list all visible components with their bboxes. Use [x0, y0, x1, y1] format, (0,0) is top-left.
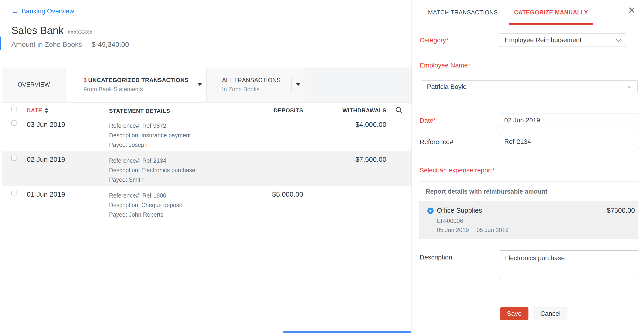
employee-selected-value: Patricia Boyle — [427, 83, 466, 91]
view-tabs: OVERVIEW 3UNCATEGORIZED TRANSACTIONS Fro… — [2, 68, 412, 102]
date-label: Date* — [420, 117, 436, 124]
transaction-description: Description: Insurance payment — [109, 131, 226, 140]
select-expense-report-label: Select an expense report* — [420, 167, 494, 174]
save-button[interactable]: Save — [500, 307, 528, 320]
back-arrow-icon: ← — [12, 8, 19, 15]
deposit-amount: $5,000.00 — [272, 190, 303, 198]
row-checkbox[interactable] — [12, 190, 17, 195]
app-root: ← Banking Overview Sales Bank xxxxxxxx A… — [0, 0, 644, 333]
tab-all-subtitle: In Zoho Books — [222, 86, 280, 93]
transaction-date: 03 Jun 2019 — [27, 121, 65, 128]
categorize-panel-tabs: MATCH TRANSACTIONS CATEGORIZE MANUALLY ✕ — [412, 0, 644, 25]
transaction-description: Description: Cheque deposit — [109, 200, 226, 210]
section-divider — [420, 181, 638, 182]
transaction-description: Description: Electronics purchase — [109, 165, 226, 175]
transaction-payee: Payee: John Roberts — [109, 210, 226, 219]
transaction-reference: Reference#: Ref-9872 — [109, 121, 226, 131]
date-range-divider — [473, 227, 473, 233]
report-end-date: 05 Jun 2019 — [476, 227, 509, 233]
employee-name-label: Employee Name* — [420, 62, 470, 69]
transaction-payee: Payee: Smith — [109, 175, 226, 185]
withdrawal-amount: $4,000.00 — [356, 121, 386, 128]
category-selected-value: Employee Reimbursement — [505, 36, 582, 44]
transaction-date: 02 Jun 2019 — [27, 155, 65, 163]
report-number: ER-00006 — [437, 218, 635, 224]
description-label: Description — [420, 254, 452, 261]
tab-all-transactions[interactable]: ALL TRANSACTIONS In Zoho Books — [207, 68, 305, 102]
transaction-date: 01 Jun 2019 — [27, 190, 65, 198]
account-number-mask: xxxxxxxx — [68, 28, 92, 36]
select-all-checkbox[interactable] — [12, 107, 17, 112]
tab-uncategorized-subtitle: From Bank Statements — [84, 86, 188, 93]
left-scroll-indicator — [0, 37, 1, 50]
statement-details-column-header: STATEMENT DETAILS — [109, 108, 170, 114]
sort-by-date-control[interactable]: DATE — [27, 107, 48, 114]
report-date-range: 05 Jun 2019 05 Jun 2019 — [437, 227, 635, 233]
chevron-down-icon — [616, 37, 621, 42]
expense-report-radio[interactable] — [427, 208, 434, 214]
tab-all-title: ALL TRANSACTIONS — [222, 77, 280, 84]
category-label: Category* — [420, 37, 449, 44]
amount-in-zoho-books-label: Amount in Zoho Books — [12, 41, 82, 48]
reference-label: Reference# — [420, 138, 453, 145]
date-field[interactable] — [499, 114, 639, 127]
report-start-date: 05 Jun 2019 — [437, 227, 469, 233]
deposits-column-header: DEPOSITS — [274, 107, 303, 114]
chevron-down-icon[interactable] — [296, 83, 300, 86]
transaction-reference: Reference#: Ref-2134 — [109, 156, 226, 165]
report-details-section-title: Report details with reimbursable amount — [426, 188, 644, 195]
sort-arrows-icon — [44, 108, 48, 113]
categorize-panel: MATCH TRANSACTIONS CATEGORIZE MANUALLY ✕… — [412, 0, 644, 333]
cancel-button[interactable]: Cancel — [534, 307, 567, 320]
row-checkbox[interactable] — [12, 120, 17, 126]
table-row[interactable]: 03 Jun 2019 Reference#: Ref-9872 Descrip… — [2, 116, 412, 151]
category-select[interactable]: Employee Reimbursement — [499, 33, 626, 47]
back-to-banking-overview-link[interactable]: ← Banking Overview — [12, 8, 74, 15]
withdrawals-column-header: WITHDRAWALS — [342, 107, 386, 114]
report-reimbursable-amount: $7500.00 — [607, 207, 635, 214]
tab-categorize-manually[interactable]: CATEGORIZE MANUALLY — [510, 0, 592, 25]
chevron-down-icon[interactable] — [198, 83, 202, 86]
tab-match-transactions[interactable]: MATCH TRANSACTIONS — [423, 0, 502, 25]
date-column-header: DATE — [27, 107, 42, 114]
footer-divider — [420, 291, 638, 292]
transactions-table-header: DATE STATEMENT DETAILS DEPOSITS WITHDRAW… — [2, 103, 412, 116]
reference-field[interactable] — [499, 135, 639, 148]
back-link-label: Banking Overview — [22, 8, 74, 15]
tab-divider — [291, 78, 292, 92]
tab-uncategorized-transactions[interactable]: 3UNCATEGORIZED TRANSACTIONS From Bank St… — [66, 68, 207, 102]
horizontal-scrollbar[interactable] — [283, 331, 411, 333]
amount-in-zoho-books-value: $-49,340.00 — [92, 41, 129, 48]
bank-transactions-panel: ← Banking Overview Sales Bank xxxxxxxx A… — [0, 0, 412, 333]
chevron-down-icon — [628, 84, 632, 88]
bank-header: ← Banking Overview Sales Bank xxxxxxxx A… — [2, 0, 412, 48]
expense-report-option[interactable]: Office Supplies $7500.00 ER-00006 05 Jun… — [419, 201, 638, 239]
search-icon[interactable] — [395, 106, 403, 114]
account-name: Sales Bank — [12, 25, 64, 36]
close-icon[interactable]: ✕ — [628, 6, 636, 15]
tab-uncategorized-title: 3UNCATEGORIZED TRANSACTIONS — [84, 77, 188, 84]
table-row[interactable]: 02 Jun 2019 Reference#: Ref-2134 Descrip… — [2, 151, 412, 186]
tabs-filler — [305, 68, 412, 102]
row-checkbox[interactable] — [12, 155, 17, 161]
transaction-reference: Reference#: Ref-1900 — [109, 191, 226, 200]
tab-overview[interactable]: OVERVIEW — [2, 68, 66, 102]
employee-name-select[interactable]: Patricia Boyle — [421, 80, 638, 93]
withdrawal-amount: $7,500.00 — [356, 155, 386, 163]
transaction-payee: Payee: Joseph — [109, 140, 226, 150]
uncategorized-count-badge: 3 — [84, 77, 87, 83]
report-name: Office Supplies — [437, 207, 482, 214]
description-field[interactable]: Electronics purchase — [499, 250, 639, 280]
table-row[interactable]: 01 Jun 2019 Reference#: Ref-1900 Descrip… — [2, 186, 412, 221]
tab-divider — [193, 78, 193, 92]
tab-overview-label: OVERVIEW — [18, 81, 50, 88]
